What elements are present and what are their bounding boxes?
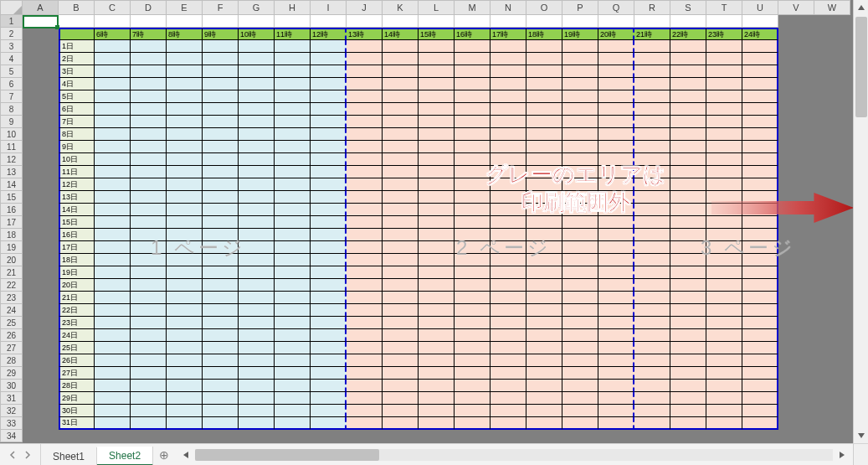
cell[interactable] bbox=[23, 229, 59, 241]
cell[interactable] bbox=[634, 229, 670, 241]
cell[interactable] bbox=[562, 103, 598, 116]
cell[interactable] bbox=[203, 304, 239, 317]
cell[interactable] bbox=[275, 40, 311, 53]
cell[interactable] bbox=[347, 292, 383, 304]
cell[interactable] bbox=[814, 392, 850, 405]
cell[interactable] bbox=[311, 229, 347, 241]
cell[interactable] bbox=[778, 204, 814, 216]
cell[interactable] bbox=[455, 141, 490, 153]
cell[interactable] bbox=[347, 166, 383, 178]
cell[interactable] bbox=[239, 241, 275, 254]
cell[interactable] bbox=[670, 417, 706, 430]
cell[interactable] bbox=[562, 279, 598, 292]
cell[interactable]: 24時 bbox=[742, 28, 778, 40]
cell[interactable] bbox=[670, 279, 706, 292]
cell[interactable] bbox=[742, 78, 778, 90]
cell[interactable] bbox=[562, 405, 598, 417]
cell[interactable] bbox=[455, 304, 490, 317]
col-header-U[interactable]: U bbox=[742, 0, 778, 15]
cell[interactable] bbox=[634, 430, 670, 442]
cell[interactable] bbox=[311, 78, 347, 90]
col-header-B[interactable]: B bbox=[59, 0, 95, 15]
cell[interactable] bbox=[778, 380, 814, 392]
cell[interactable] bbox=[275, 392, 311, 405]
cell[interactable] bbox=[598, 141, 634, 153]
cell[interactable] bbox=[383, 266, 419, 279]
row-header-31[interactable]: 31 bbox=[0, 392, 23, 405]
cell[interactable] bbox=[526, 65, 562, 78]
cell[interactable] bbox=[203, 65, 239, 78]
cell[interactable] bbox=[167, 317, 203, 329]
cell[interactable] bbox=[311, 128, 347, 141]
cell[interactable] bbox=[23, 53, 59, 65]
cell[interactable] bbox=[23, 241, 59, 254]
cell[interactable] bbox=[311, 141, 347, 153]
cell[interactable] bbox=[203, 103, 239, 116]
cell[interactable]: 12時 bbox=[311, 28, 347, 40]
cell[interactable] bbox=[275, 354, 311, 367]
cell[interactable] bbox=[419, 153, 455, 166]
cell[interactable] bbox=[598, 53, 634, 65]
cell[interactable] bbox=[167, 380, 203, 392]
cell[interactable] bbox=[490, 317, 526, 329]
cell[interactable] bbox=[455, 178, 490, 191]
cell[interactable] bbox=[455, 405, 490, 417]
cell[interactable] bbox=[562, 417, 598, 430]
sheet-tab-sheet1[interactable]: Sheet1 bbox=[41, 447, 97, 465]
cell[interactable] bbox=[347, 229, 383, 241]
cell[interactable] bbox=[562, 141, 598, 153]
cell[interactable] bbox=[95, 53, 131, 65]
cell[interactable] bbox=[275, 15, 311, 28]
cell[interactable] bbox=[203, 266, 239, 279]
cell[interactable] bbox=[598, 405, 634, 417]
cell[interactable] bbox=[167, 254, 203, 266]
cell[interactable] bbox=[203, 241, 239, 254]
row-header-24[interactable]: 24 bbox=[0, 304, 23, 317]
cell[interactable] bbox=[95, 254, 131, 266]
cell[interactable] bbox=[706, 279, 742, 292]
cell[interactable] bbox=[383, 392, 419, 405]
cell[interactable] bbox=[131, 329, 167, 342]
cell[interactable] bbox=[275, 65, 311, 78]
cell[interactable] bbox=[706, 367, 742, 380]
cell[interactable]: 6時 bbox=[95, 28, 131, 40]
cell[interactable]: 11日 bbox=[59, 166, 95, 178]
cell[interactable] bbox=[742, 405, 778, 417]
cell[interactable] bbox=[455, 430, 490, 442]
cell[interactable] bbox=[95, 241, 131, 254]
cell[interactable] bbox=[455, 116, 490, 128]
cell[interactable] bbox=[778, 430, 814, 442]
cell[interactable] bbox=[95, 279, 131, 292]
col-header-O[interactable]: O bbox=[526, 0, 562, 15]
cell[interactable] bbox=[311, 241, 347, 254]
cell[interactable] bbox=[814, 229, 850, 241]
cell[interactable] bbox=[742, 15, 778, 28]
cell[interactable] bbox=[239, 367, 275, 380]
cell[interactable] bbox=[455, 153, 490, 166]
cell[interactable] bbox=[131, 78, 167, 90]
cell[interactable]: 16時 bbox=[455, 28, 490, 40]
cell[interactable] bbox=[203, 329, 239, 342]
cell[interactable] bbox=[203, 417, 239, 430]
cell[interactable] bbox=[23, 166, 59, 178]
cell[interactable] bbox=[239, 329, 275, 342]
cell[interactable]: 23時 bbox=[706, 28, 742, 40]
cell[interactable] bbox=[526, 90, 562, 103]
cell[interactable] bbox=[167, 204, 203, 216]
col-header-N[interactable]: N bbox=[490, 0, 526, 15]
cell[interactable] bbox=[455, 354, 490, 367]
cell[interactable] bbox=[742, 103, 778, 116]
scroll-left-button[interactable] bbox=[178, 447, 193, 462]
cell[interactable] bbox=[562, 153, 598, 166]
cell[interactable] bbox=[526, 216, 562, 229]
cell[interactable] bbox=[634, 65, 670, 78]
cell[interactable] bbox=[347, 367, 383, 380]
cell[interactable] bbox=[383, 40, 419, 53]
cell[interactable] bbox=[778, 279, 814, 292]
cell[interactable] bbox=[347, 204, 383, 216]
cell[interactable] bbox=[778, 28, 814, 40]
cell[interactable] bbox=[167, 367, 203, 380]
cell[interactable] bbox=[490, 103, 526, 116]
cell[interactable] bbox=[742, 417, 778, 430]
cell[interactable] bbox=[23, 380, 59, 392]
